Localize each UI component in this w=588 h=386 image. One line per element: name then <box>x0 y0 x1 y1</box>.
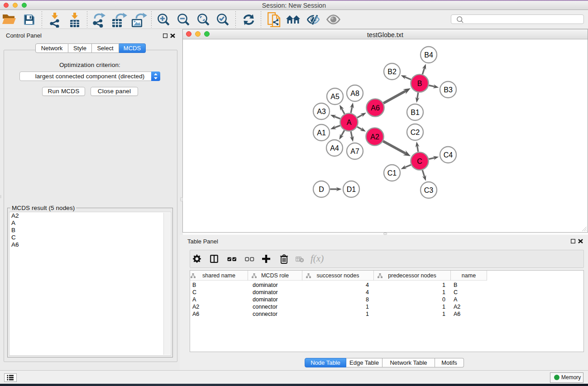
svg-text:C1: C1 <box>387 169 397 177</box>
svg-text:A3: A3 <box>317 108 326 115</box>
svg-text:B4: B4 <box>424 51 433 59</box>
svg-text:A7: A7 <box>350 148 359 155</box>
svg-text:C2: C2 <box>411 129 420 136</box>
svg-text:B1: B1 <box>411 109 420 116</box>
svg-text:A5: A5 <box>330 93 339 100</box>
svg-text:C4: C4 <box>444 151 453 159</box>
svg-text:A6: A6 <box>371 104 380 112</box>
svg-text:A1: A1 <box>317 129 326 137</box>
svg-text:A: A <box>347 119 352 126</box>
svg-text:B: B <box>417 80 422 87</box>
svg-text:D1: D1 <box>347 186 356 193</box>
svg-text:C: C <box>417 157 422 165</box>
svg-text:B3: B3 <box>444 86 453 94</box>
svg-text:A8: A8 <box>350 90 359 97</box>
svg-text:D: D <box>319 186 324 193</box>
svg-text:A2: A2 <box>370 133 379 141</box>
svg-text:B2: B2 <box>387 68 397 76</box>
svg-text:C3: C3 <box>424 186 434 194</box>
svg-text:A4: A4 <box>330 144 339 152</box>
